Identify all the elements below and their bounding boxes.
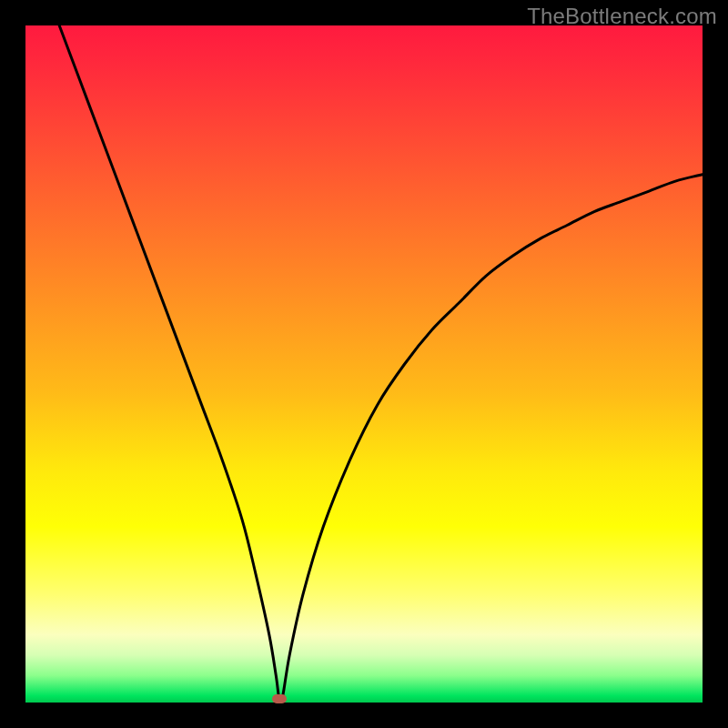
plot-area — [25, 25, 703, 703]
chart-frame: TheBottleneck.com — [0, 0, 728, 728]
watermark-text: TheBottleneck.com — [527, 4, 717, 29]
curve-svg — [25, 25, 703, 703]
optimal-point-marker — [272, 694, 287, 703]
bottleneck-curve — [59, 25, 703, 702]
